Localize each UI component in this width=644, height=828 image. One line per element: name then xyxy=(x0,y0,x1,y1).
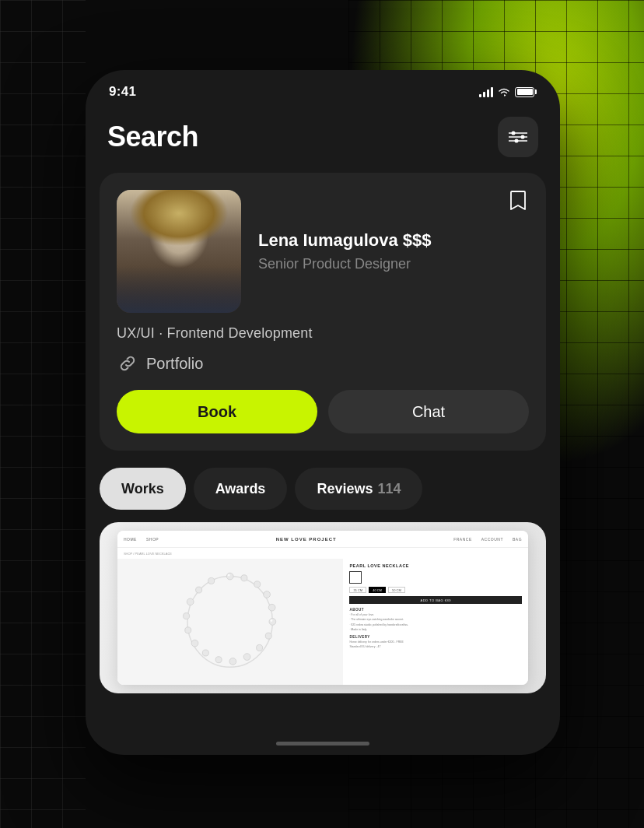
mockup-breadcrumb-text: SHOP / PEARL LOVE NECKLACE xyxy=(124,552,172,556)
about-line-1: · For all of your love. xyxy=(349,613,522,617)
chat-label: Chat xyxy=(412,403,445,421)
mockup-image-area xyxy=(117,559,343,685)
profile-top: Lena Iumagulova $$$ Senior Product Desig… xyxy=(100,173,546,325)
svg-point-8 xyxy=(241,575,247,581)
book-button[interactable]: Book xyxy=(117,390,317,433)
tab-works-label: Works xyxy=(121,481,164,497)
mockup-nav-account: ACCOUNT xyxy=(481,537,503,542)
svg-point-23 xyxy=(196,587,202,593)
svg-point-15 xyxy=(244,654,251,661)
size-40: 40 CM xyxy=(369,587,386,593)
status-time: 9:41 xyxy=(109,84,136,100)
tab-reviews-badge: 114 xyxy=(377,481,401,497)
link-icon xyxy=(117,353,138,374)
wifi-icon xyxy=(498,87,510,96)
photo-hair-layer xyxy=(117,190,241,252)
necklace-svg xyxy=(128,565,331,679)
profile-job-title: Senior Product Designer xyxy=(258,256,529,272)
svg-point-22 xyxy=(187,598,194,605)
action-buttons: Book Chat xyxy=(100,390,546,433)
add-to-bag-label: ADD TO BAG €89 xyxy=(421,598,451,602)
tab-reviews[interactable]: Reviews 114 xyxy=(295,468,422,510)
svg-point-25 xyxy=(228,574,230,577)
size-35: 35 CM xyxy=(349,587,366,593)
svg-point-20 xyxy=(185,627,191,633)
bookmark-button[interactable] xyxy=(504,187,532,215)
about-title: ABOUT xyxy=(349,608,522,612)
svg-point-26 xyxy=(271,619,273,622)
tab-works[interactable]: Works xyxy=(100,468,186,510)
skills-row: UX/UI · Frontend Development xyxy=(100,325,546,353)
svg-point-24 xyxy=(208,577,215,584)
bg-grid-left xyxy=(0,0,86,828)
tabs-row: Works Awards Reviews 114 xyxy=(86,451,560,522)
product-title: PEARL LOVE NECKLACE xyxy=(349,563,522,568)
mockup-content: PEARL LOVE NECKLACE 35 CM 40 CM 50 CM AD… xyxy=(117,559,528,685)
tab-awards-label: Awards xyxy=(215,481,266,497)
mockup-nav-shop: SHOP xyxy=(146,537,159,542)
about-line-4: · Made in Italy. xyxy=(349,628,522,632)
delivery-line-2: Standard EU delivery - 47 xyxy=(349,645,522,649)
chat-button[interactable]: Chat xyxy=(328,390,529,433)
svg-point-14 xyxy=(257,645,263,651)
mockup-nav-bag: BAG xyxy=(513,537,522,542)
mockup-nav-brand: NEW LOVE PROJECT xyxy=(168,537,444,542)
size-options: 35 CM 40 CM 50 CM xyxy=(349,587,522,593)
tab-reviews-label: Reviews xyxy=(317,481,373,497)
signal-icon xyxy=(479,86,493,97)
photo-bg-layer xyxy=(117,266,241,313)
home-indicator xyxy=(276,742,369,746)
profile-info: Lena Iumagulova $$$ Senior Product Desig… xyxy=(258,230,529,272)
size-50: 50 CM xyxy=(388,587,405,593)
phone-frame: 9:41 Search xyxy=(86,70,560,755)
svg-point-12 xyxy=(269,619,276,626)
svg-point-9 xyxy=(254,581,261,588)
svg-point-10 xyxy=(264,591,271,598)
profile-photo xyxy=(117,190,241,313)
about-line-2: · The ultimate eye-catching wardrobe acc… xyxy=(349,618,522,622)
svg-point-16 xyxy=(229,658,236,665)
status-bar: 9:41 xyxy=(86,70,560,109)
work-preview-card[interactable]: HOME SHOP NEW LOVE PROJECT FRANCE ACCOUN… xyxy=(100,522,546,693)
portfolio-row[interactable]: Portfolio xyxy=(100,353,546,390)
tab-awards[interactable]: Awards xyxy=(194,468,288,510)
page-title: Search xyxy=(107,121,198,153)
mockup-breadcrumb: SHOP / PEARL LOVE NECKLACE xyxy=(117,548,528,559)
work-preview-inner: HOME SHOP NEW LOVE PROJECT FRANCE ACCOUN… xyxy=(100,522,546,693)
delivery-title: DELIVERY xyxy=(349,635,522,639)
status-icons xyxy=(479,86,537,97)
add-to-bag-button: ADD TO BAG €89 xyxy=(349,596,522,604)
book-label: Book xyxy=(198,403,236,421)
svg-point-17 xyxy=(216,657,222,663)
mockup-nav-france: FRANCE xyxy=(453,537,472,542)
mockup-site: HOME SHOP NEW LOVE PROJECT FRANCE ACCOUN… xyxy=(117,531,528,685)
mockup-nav-home: HOME xyxy=(124,537,137,542)
svg-point-19 xyxy=(192,640,199,647)
svg-point-11 xyxy=(269,604,276,611)
mockup-details: PEARL LOVE NECKLACE 35 CM 40 CM 50 CM AD… xyxy=(343,559,528,685)
svg-point-21 xyxy=(184,613,190,619)
svg-point-18 xyxy=(203,650,209,656)
search-header: Search xyxy=(86,109,560,173)
battery-icon xyxy=(515,87,537,97)
profile-name: Lena Iumagulova $$$ xyxy=(258,230,529,251)
filter-icon xyxy=(509,130,527,144)
delivery-line-1: Home delivery for orders under €200 - FR… xyxy=(349,640,522,644)
filter-button[interactable] xyxy=(498,117,538,157)
portfolio-label: Portfolio xyxy=(146,355,203,373)
about-line-3: · 925 rodea studio, polished by handcraf… xyxy=(349,623,522,627)
bookmark-icon xyxy=(509,190,527,212)
svg-point-7 xyxy=(227,573,234,580)
profile-card: Lena Iumagulova $$$ Senior Product Desig… xyxy=(100,173,546,451)
svg-point-13 xyxy=(266,633,272,639)
mockup-nav: HOME SHOP NEW LOVE PROJECT FRANCE ACCOUN… xyxy=(117,531,528,548)
